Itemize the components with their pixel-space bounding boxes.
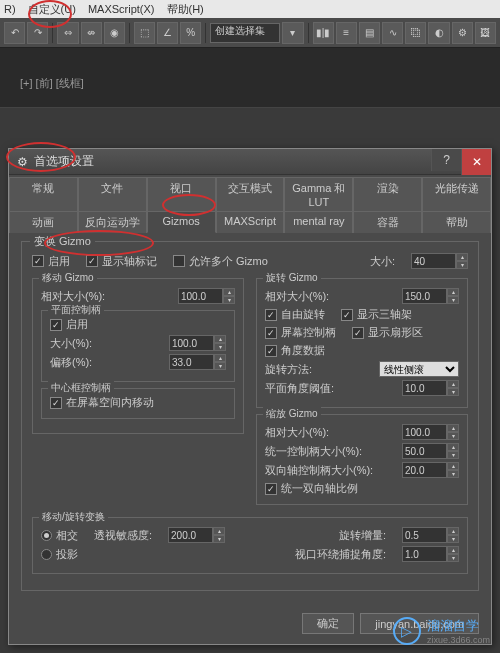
- mirror-icon[interactable]: ▮|▮: [313, 22, 334, 44]
- size-label: 大小:: [370, 254, 395, 269]
- rotate-method-dropdown[interactable]: 线性侧滚: [379, 361, 459, 377]
- tab-general[interactable]: 常规: [9, 177, 78, 211]
- material-icon[interactable]: ◐: [428, 22, 449, 44]
- scale-gizmo-group: 缩放 Gizmo 相对大小(%):▴▾ 统一控制柄大小(%):▴▾ 双向轴控制柄…: [256, 414, 468, 505]
- redo-icon[interactable]: ↷: [27, 22, 48, 44]
- enable-checkbox[interactable]: ✓启用: [32, 254, 70, 269]
- tab-gizmos[interactable]: Gizmos: [147, 211, 216, 233]
- snap-angle-spinner[interactable]: ▴▾: [402, 546, 459, 562]
- show-axis-checkbox[interactable]: ✓显示轴标记: [86, 254, 157, 269]
- watermark: ▷ 溜溜自学 zixue.3d66.com: [393, 617, 490, 645]
- allow-multi-checkbox[interactable]: 允许多个 Gizmo: [173, 254, 268, 269]
- screen-handle-checkbox[interactable]: ✓屏幕控制柄: [265, 325, 336, 340]
- curve-editor-icon[interactable]: ∿: [382, 22, 403, 44]
- main-menubar[interactable]: R) 自定义(U) MAXScript(X) 帮助(H): [0, 0, 500, 18]
- tab-radiosity[interactable]: 光能传递: [422, 177, 491, 211]
- unlink-icon[interactable]: ⇎: [81, 22, 102, 44]
- planar-thresh-spinner[interactable]: ▴▾: [402, 380, 459, 396]
- menu-r[interactable]: R): [4, 3, 16, 15]
- main-toolbar: ↶ ↷ ⇔ ⇎ ◉ ⬚ ∠ % 创建选择集 ▾ ▮|▮ ≡ ▤ ∿ ⿻ ◐ ⚙ …: [0, 18, 500, 48]
- dialog-titlebar[interactable]: ⚙ 首选项设置 ? ✕: [9, 149, 491, 175]
- tab-help[interactable]: 帮助: [422, 211, 491, 233]
- play-icon: ▷: [393, 617, 421, 645]
- persp-sens-spinner[interactable]: ▴▾: [168, 527, 225, 543]
- move-gizmo-group: 移动 Gizmo 相对大小(%):▴▾ 平面控制柄 ✓启用 大小(%):▴▾ 偏…: [32, 278, 244, 434]
- plane-enable-checkbox[interactable]: ✓启用: [50, 317, 88, 332]
- size-spinner[interactable]: ▴▾: [411, 253, 468, 269]
- schematic-icon[interactable]: ⿻: [405, 22, 426, 44]
- free-rotate-checkbox[interactable]: ✓自由旋转: [265, 307, 325, 322]
- tab-animation[interactable]: 动画: [9, 211, 78, 233]
- tab-interaction[interactable]: 交互模式: [216, 177, 285, 211]
- align-icon[interactable]: ≡: [336, 22, 357, 44]
- ok-button[interactable]: 确定: [302, 613, 354, 634]
- center-enable-checkbox[interactable]: ✓在屏幕空间内移动: [50, 395, 154, 410]
- tripod-checkbox[interactable]: ✓显示三轴架: [341, 307, 412, 322]
- angle-data-checkbox[interactable]: ✓角度数据: [265, 343, 325, 358]
- tab-containers[interactable]: 容器: [353, 211, 422, 233]
- biaxial-size-spinner[interactable]: ▴▾: [402, 462, 459, 478]
- link-icon[interactable]: ⇔: [57, 22, 78, 44]
- menu-help[interactable]: 帮助(H): [167, 2, 204, 17]
- plane-size-spinner[interactable]: ▴▾: [169, 335, 226, 351]
- uniform-biaxial-checkbox[interactable]: ✓统一双向轴比例: [265, 481, 358, 496]
- viewport-area: [+] [前] [线框]: [0, 48, 500, 108]
- tab-maxscript[interactable]: MAXScript: [216, 211, 285, 233]
- menu-customize[interactable]: 自定义(U): [28, 2, 76, 17]
- move-relsize-spinner[interactable]: ▴▾: [178, 288, 235, 304]
- tab-viewports[interactable]: 视口: [147, 177, 216, 211]
- rotate-relsize-spinner[interactable]: ▴▾: [402, 288, 459, 304]
- transform-gizmo-title: 变换 Gizmo: [30, 234, 95, 249]
- render-icon[interactable]: 🖼: [475, 22, 496, 44]
- intersect-radio[interactable]: 相交: [41, 528, 78, 543]
- tab-ik[interactable]: 反向运动学: [78, 211, 147, 233]
- help-button[interactable]: ?: [431, 149, 461, 171]
- menu-maxscript[interactable]: MAXScript(X): [88, 3, 155, 15]
- pie-checkbox[interactable]: ✓显示扇形区: [352, 325, 423, 340]
- preferences-dialog: ⚙ 首选项设置 ? ✕ 常规 文件 视口 交互模式 Gamma 和 LUT 渲染…: [8, 148, 492, 645]
- project-radio[interactable]: 投影: [41, 547, 78, 562]
- selection-set-dropdown[interactable]: 创建选择集: [210, 23, 280, 43]
- plane-offset-spinner[interactable]: ▴▾: [169, 354, 226, 370]
- viewport-label[interactable]: [+] [前] [线框]: [20, 77, 84, 89]
- rotate-gizmo-group: 旋转 Gizmo 相对大小(%):▴▾ ✓自由旋转 ✓显示三轴架 ✓屏幕控制柄 …: [256, 278, 468, 408]
- dropdown-icon[interactable]: ▾: [282, 22, 303, 44]
- percent-snap-icon[interactable]: %: [180, 22, 201, 44]
- transform-gizmo-group: 变换 Gizmo ✓启用 ✓显示轴标记 允许多个 Gizmo 大小: ▴▾ 移动…: [21, 241, 479, 591]
- rot-incr-spinner[interactable]: ▴▾: [402, 527, 459, 543]
- scale-relsize-spinner[interactable]: ▴▾: [402, 424, 459, 440]
- snap-icon[interactable]: ⬚: [134, 22, 155, 44]
- render-setup-icon[interactable]: ⚙: [452, 22, 473, 44]
- move-rotate-transform-group: 移动/旋转变换 相交 透视敏感度: ▴▾ 旋转增量: ▴▾ 投影 视口环绕捕捉角…: [32, 517, 468, 574]
- bind-icon[interactable]: ◉: [104, 22, 125, 44]
- tab-gamma[interactable]: Gamma 和 LUT: [284, 177, 353, 211]
- close-button[interactable]: ✕: [461, 149, 491, 175]
- settings-icon: ⚙: [17, 155, 28, 169]
- tab-mentalray[interactable]: mental ray: [284, 211, 353, 233]
- tab-strip: 常规 文件 视口 交互模式 Gamma 和 LUT 渲染 光能传递 动画 反向运…: [9, 175, 491, 233]
- uniform-size-spinner[interactable]: ▴▾: [402, 443, 459, 459]
- dialog-title-text: 首选项设置: [34, 153, 94, 170]
- undo-icon[interactable]: ↶: [4, 22, 25, 44]
- angle-snap-icon[interactable]: ∠: [157, 22, 178, 44]
- tab-files[interactable]: 文件: [78, 177, 147, 211]
- layers-icon[interactable]: ▤: [359, 22, 380, 44]
- tab-rendering[interactable]: 渲染: [353, 177, 422, 211]
